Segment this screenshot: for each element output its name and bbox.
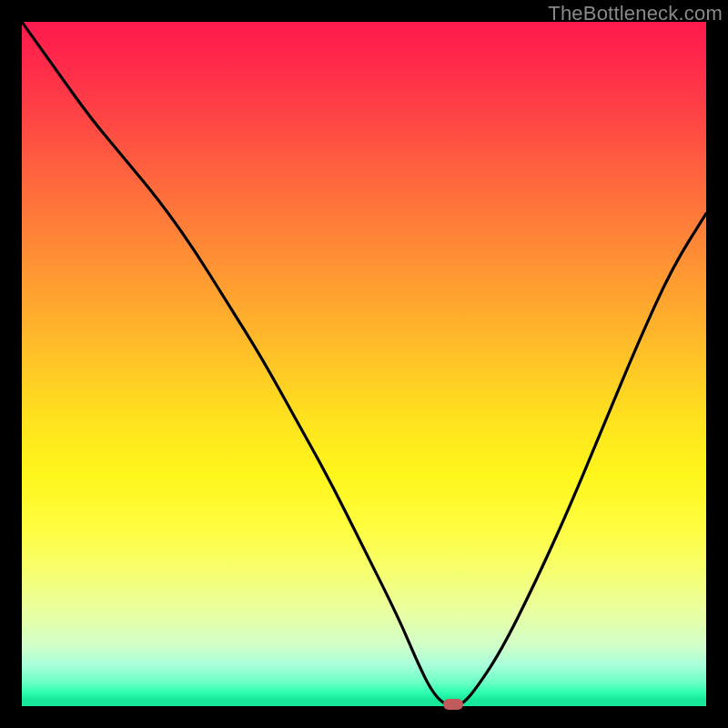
bottleneck-curve [22,22,706,706]
watermark-text: TheBottleneck.com [548,2,723,25]
curve-svg [22,22,706,706]
plot-area [22,22,706,706]
minimum-marker [443,699,463,710]
bottleneck-chart: TheBottleneck.com [0,0,728,728]
